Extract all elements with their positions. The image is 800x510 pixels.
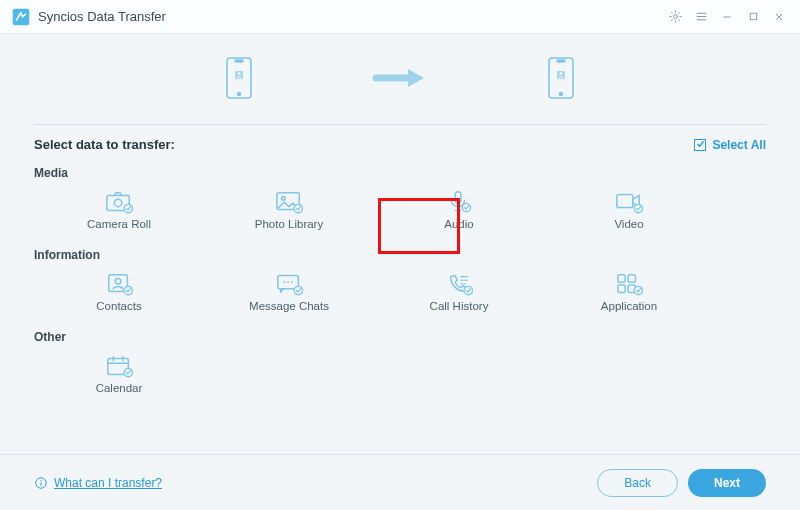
menu-button[interactable] [688, 4, 714, 30]
svg-point-40 [40, 480, 41, 481]
item-application[interactable]: Application [544, 268, 714, 316]
svg-point-10 [560, 93, 563, 96]
highlight-box [378, 198, 460, 254]
menu-icon [695, 10, 708, 23]
select-row: Select data to transfer: Select All [34, 137, 766, 152]
svg-point-1 [673, 15, 677, 19]
help-text: What can I transfer? [54, 476, 162, 490]
item-label: Contacts [96, 300, 141, 312]
info-icon [34, 476, 48, 490]
source-phone-icon [226, 57, 252, 99]
footer: What can I transfer? Back Next [0, 454, 800, 510]
svg-point-12 [560, 72, 562, 74]
photo-icon [275, 190, 303, 214]
svg-point-24 [115, 278, 121, 284]
item-label: Calendar [96, 382, 143, 394]
svg-rect-2 [750, 13, 756, 19]
item-calendar[interactable]: Calendar [34, 350, 204, 398]
camera-icon [105, 190, 133, 214]
item-label: Call History [430, 300, 489, 312]
apps-icon [615, 272, 643, 296]
item-video[interactable]: Video [544, 186, 714, 234]
svg-point-29 [291, 281, 293, 283]
item-label: Camera Roll [87, 218, 151, 230]
category-media-label: Media [34, 166, 766, 180]
svg-rect-6 [235, 71, 243, 79]
svg-point-27 [283, 281, 285, 283]
close-button[interactable] [766, 4, 792, 30]
category-other-label: Other [34, 330, 766, 344]
item-call-history[interactable]: Call History [374, 268, 544, 316]
information-grid: Contacts Message Chats Call History Appl… [34, 268, 766, 316]
svg-point-5 [238, 93, 241, 96]
calendar-icon [105, 354, 133, 378]
item-label: Photo Library [255, 218, 323, 230]
arrow-right-icon [372, 66, 428, 90]
app-title: Syncios Data Transfer [38, 9, 166, 24]
contacts-icon [105, 272, 133, 296]
svg-point-28 [287, 281, 289, 283]
svg-rect-0 [13, 8, 30, 25]
gear-icon [668, 9, 683, 24]
maximize-button[interactable] [740, 4, 766, 30]
app-logo-icon [12, 8, 30, 26]
checkbox-icon [694, 139, 706, 151]
settings-button[interactable] [662, 4, 688, 30]
item-contacts[interactable]: Contacts [34, 268, 204, 316]
svg-rect-11 [557, 71, 565, 79]
svg-point-7 [238, 72, 240, 74]
svg-point-14 [114, 199, 121, 206]
back-button[interactable]: Back [597, 469, 678, 497]
maximize-icon [748, 11, 759, 22]
svg-rect-21 [617, 195, 633, 208]
next-button[interactable]: Next [688, 469, 766, 497]
divider [34, 124, 766, 125]
close-icon [773, 11, 785, 23]
minimize-icon [721, 11, 733, 23]
select-all-label: Select All [712, 138, 766, 152]
svg-point-17 [282, 196, 286, 200]
help-link[interactable]: What can I transfer? [34, 476, 162, 490]
video-icon [615, 190, 643, 214]
svg-rect-33 [628, 275, 635, 282]
item-label: Application [601, 300, 657, 312]
minimize-button[interactable] [714, 4, 740, 30]
item-label: Video [614, 218, 643, 230]
target-phone-icon [548, 57, 574, 99]
select-all-button[interactable]: Select All [694, 138, 766, 152]
select-label: Select data to transfer: [34, 137, 175, 152]
svg-rect-4 [235, 60, 243, 62]
message-icon [275, 272, 303, 296]
item-photo-library[interactable]: Photo Library [204, 186, 374, 234]
svg-rect-34 [618, 285, 625, 292]
item-message-chats[interactable]: Message Chats [204, 268, 374, 316]
item-label: Message Chats [249, 300, 329, 312]
svg-rect-32 [618, 275, 625, 282]
other-grid: Calendar [34, 350, 766, 398]
svg-rect-9 [557, 60, 565, 62]
item-camera-roll[interactable]: Camera Roll [34, 186, 204, 234]
transfer-diagram [34, 38, 766, 118]
phone-icon [445, 272, 473, 296]
title-bar: Syncios Data Transfer [0, 0, 800, 34]
